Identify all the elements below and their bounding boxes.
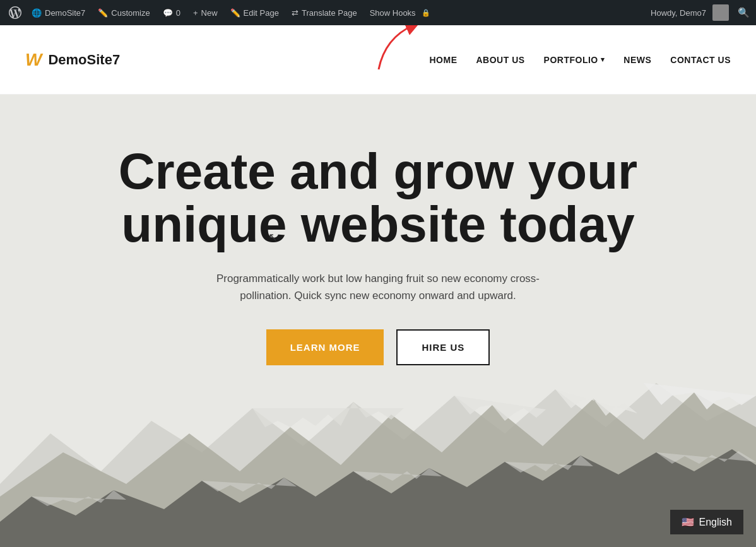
globe-icon: 🌐 <box>32 8 42 18</box>
language-label: English <box>699 517 732 528</box>
nav-news[interactable]: NEWS <box>623 55 651 65</box>
chevron-down-icon: ▾ <box>601 56 605 64</box>
admin-bar-comments[interactable]: 💬 0 <box>158 0 186 25</box>
site-logo[interactable]: W DemoSite7 <box>25 50 120 70</box>
nav-portfolio[interactable]: PORTFOLIO ▾ <box>544 55 605 65</box>
hero-buttons: LEARN MORE HIRE US <box>119 329 637 365</box>
admin-bar-show-hooks[interactable]: Show Hooks 🔒 <box>365 0 435 25</box>
hero-content: Create and grow your unique website toda… <box>119 145 637 365</box>
hire-us-button[interactable]: HIRE US <box>396 329 490 365</box>
flag-icon: 🇺🇸 <box>682 516 694 528</box>
site-header: W DemoSite7 HOME ABOUT US PORTFOLIO ▾ NE… <box>0 25 756 95</box>
red-arrow-annotation <box>372 19 423 78</box>
admin-bar-edit-page[interactable]: ✏️ Edit Page <box>225 0 284 25</box>
hero-section: ↖ Create and grow your unique website to… <box>0 95 756 547</box>
edit-icon: ✏️ <box>230 8 240 18</box>
nav-home[interactable]: HOME <box>429 55 457 65</box>
admin-bar-translate[interactable]: ⇄ Translate Page <box>286 0 362 25</box>
nav-contact[interactable]: CONTACT US <box>670 55 731 65</box>
site-navigation: HOME ABOUT US PORTFOLIO ▾ NEWS CONTACT U… <box>429 55 731 65</box>
hero-title: Create and grow your unique website toda… <box>119 145 637 251</box>
wordpress-logo[interactable] <box>6 4 24 21</box>
lock-icon: 🔒 <box>422 9 430 17</box>
admin-bar-new[interactable]: + New <box>188 0 223 25</box>
mountain-background <box>0 370 756 547</box>
logo-initial: W <box>25 50 42 70</box>
search-icon[interactable]: 🔍 <box>738 7 750 18</box>
pencil-icon: ✏️ <box>98 8 108 18</box>
user-avatar <box>712 4 729 21</box>
language-selector[interactable]: 🇺🇸 English <box>670 510 743 534</box>
nav-about[interactable]: ABOUT US <box>476 55 524 65</box>
learn-more-button[interactable]: LEARN MORE <box>266 329 384 365</box>
admin-bar-demosite[interactable]: 🌐 DemoSite7 <box>27 0 90 25</box>
admin-bar-right: Howdy, Demo7 🔍 <box>651 4 750 21</box>
site-name: DemoSite7 <box>48 52 120 68</box>
hero-subtitle: Programmatically work but low hanging fr… <box>195 270 561 304</box>
translate-icon: ⇄ <box>292 8 298 18</box>
admin-bar: 🌐 DemoSite7 ✏️ Customize 💬 0 + New ✏️ Ed… <box>0 0 756 25</box>
plus-icon: + <box>193 8 198 18</box>
admin-bar-customize[interactable]: ✏️ Customize <box>93 0 155 25</box>
comment-icon: 💬 <box>163 8 173 18</box>
